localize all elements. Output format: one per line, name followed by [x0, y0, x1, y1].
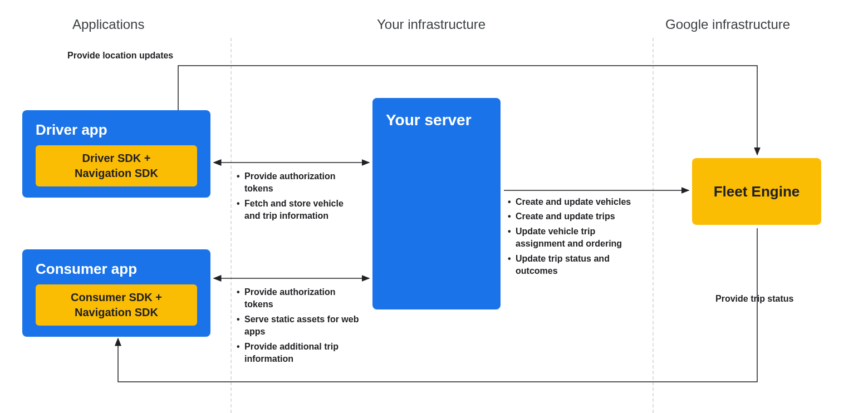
consumer-sdk-box: Consumer SDK + Navigation SDK — [36, 284, 197, 326]
provide-trip-status-label: Provide trip status — [715, 294, 793, 304]
consumer-app-box: Consumer app Consumer SDK + Navigation S… — [22, 249, 210, 337]
section-applications: Applications — [72, 17, 144, 32]
driver-sdk-box: Driver SDK + Navigation SDK — [36, 145, 197, 186]
provide-location-label: Provide location updates — [67, 51, 173, 61]
consumer-app-title: Consumer app — [36, 260, 197, 278]
your-server-label: Your server — [386, 111, 472, 129]
consumer-server-notes: Provide authorization tokens Serve stati… — [237, 286, 359, 367]
section-google-infra: Google infrastructure — [665, 17, 790, 32]
section-your-infra: Your infrastructure — [377, 17, 486, 32]
driver-app-title: Driver app — [36, 121, 197, 139]
driver-app-box: Driver app Driver SDK + Navigation SDK — [22, 110, 210, 198]
your-server-box: Your server — [372, 98, 501, 309]
driver-server-notes: Provide authorization tokens Fetch and s… — [237, 170, 359, 225]
fleet-engine-label: Fleet Engine — [714, 183, 800, 200]
divider-1 — [231, 38, 232, 413]
divider-2 — [653, 38, 654, 413]
fleet-engine-box: Fleet Engine — [692, 158, 821, 225]
server-fleet-notes: Create and update vehicles Create and up… — [508, 196, 647, 279]
